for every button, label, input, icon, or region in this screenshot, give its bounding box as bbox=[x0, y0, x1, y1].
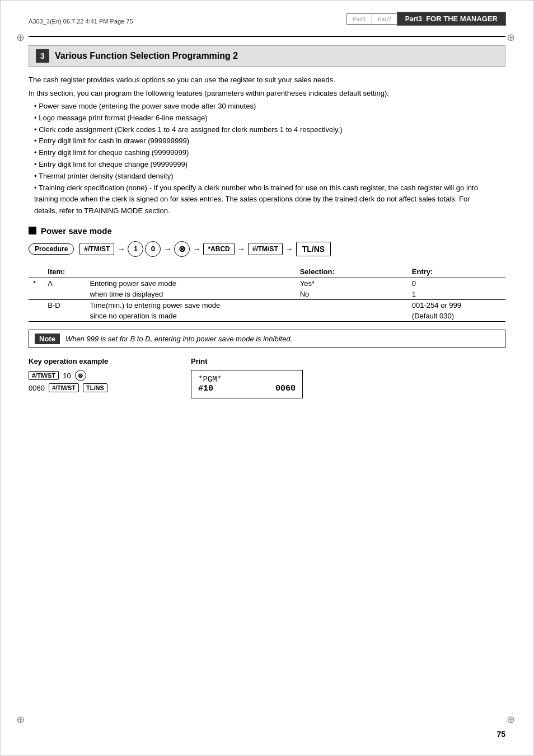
print-area: *PGM* #10 0060 bbox=[191, 370, 303, 398]
th-item: Item: bbox=[43, 266, 85, 278]
bullet-8: Training clerk specification (none) - If… bbox=[34, 182, 505, 217]
key-op-right: Print *PGM* #10 0060 bbox=[191, 357, 303, 398]
row-bd-desc1: Time(min.) to entering power save mode bbox=[85, 299, 295, 311]
page-number: 75 bbox=[496, 730, 505, 739]
key-zero: 0 bbox=[145, 241, 161, 257]
page-wrapper: A303_3(En) 06.7.22 4:41 PM Page 75 Part1… bbox=[0, 0, 534, 756]
part2-tab: Part2 bbox=[372, 13, 397, 25]
heading-square-icon bbox=[29, 227, 36, 234]
key-tmst: #/TM/ST bbox=[79, 243, 114, 255]
table-row-a2: when time is displayed No 1 bbox=[29, 289, 505, 300]
section-number: 3 bbox=[36, 49, 49, 63]
part2-label: Part2 bbox=[378, 16, 391, 22]
print-left-1: *PGM* bbox=[198, 375, 222, 384]
bullet-4: Entry digit limit for cash in drawer (99… bbox=[34, 135, 505, 147]
key-op-title: Key operation example bbox=[29, 357, 174, 365]
bullet-6: Entry digit limit for cheque change (999… bbox=[34, 159, 505, 171]
item-table: Item: Selection: Entry: * A Entering pow… bbox=[29, 266, 505, 322]
row-bd2-star bbox=[29, 311, 43, 322]
key-x: ⊗ bbox=[174, 241, 190, 257]
bullet-2: Logo message print format (Header 6-line… bbox=[34, 112, 505, 124]
kop-tlns: TL/NS bbox=[83, 383, 107, 392]
kop-tmst1: #/TM/ST bbox=[29, 371, 59, 380]
row-a2-sel2: No bbox=[296, 289, 407, 300]
section-title: Various Function Selection Programming 2 bbox=[55, 51, 238, 61]
row-bd2-item bbox=[43, 311, 85, 322]
kop-num0060: 0060 bbox=[29, 384, 45, 392]
th-desc bbox=[85, 266, 295, 278]
key-op-left: Key operation example #/TM/ST 10 ⊗ 0060 … bbox=[29, 357, 174, 398]
print-title: Print bbox=[191, 357, 303, 365]
key-op-line-1: #/TM/ST 10 ⊗ bbox=[29, 370, 174, 381]
crosshair-tl bbox=[16, 31, 27, 43]
kop-num10: 10 bbox=[63, 372, 71, 380]
row-bd2-sel2 bbox=[296, 311, 407, 322]
row-bd2-desc2: since no operation is made bbox=[85, 311, 295, 322]
row-a-desc1: Entering power save mode bbox=[85, 278, 295, 289]
row-a-star: * bbox=[29, 278, 43, 289]
table-row-bd2: since no operation is made (Default 030) bbox=[29, 311, 505, 322]
arrow-5: → bbox=[285, 245, 293, 253]
row-a-item: A bbox=[43, 278, 85, 289]
part1-tab: Part1 bbox=[346, 13, 372, 25]
part3-text: FOR THE MANAGER bbox=[426, 15, 498, 23]
row-a2-star bbox=[29, 289, 43, 300]
intro-bullets: Power save mode (entering the power save… bbox=[34, 101, 505, 217]
row-a2-item bbox=[43, 289, 85, 300]
intro-line1: The cash register provides various optio… bbox=[29, 74, 505, 86]
arrow-3: → bbox=[193, 245, 200, 253]
table-row-a: * A Entering power save mode Yes* 0 bbox=[29, 278, 505, 289]
arrow-1: → bbox=[117, 245, 125, 253]
power-save-title: Power save mode bbox=[41, 226, 112, 236]
bullet-3: Clerk code assignment (Clerk codes 1 to … bbox=[34, 124, 505, 136]
procedure-badge: Procedure bbox=[29, 243, 74, 255]
print-right-2: 0060 bbox=[275, 384, 296, 393]
print-line-2: #10 0060 bbox=[198, 384, 296, 393]
crosshair-br bbox=[507, 713, 518, 725]
kop-tmst2: #/TM/ST bbox=[49, 383, 79, 392]
th-selection: Selection: bbox=[296, 266, 407, 278]
row-a2-entry2: 1 bbox=[407, 289, 505, 300]
top-rule bbox=[29, 36, 505, 37]
bullet-1: Power save mode (entering the power save… bbox=[34, 101, 505, 112]
key-sequence: #/TM/ST → 1 0 → ⊗ → *ABCD → #/TM/ST → TL… bbox=[79, 241, 331, 257]
key-tlns: TL/NS bbox=[296, 242, 331, 256]
note-text: When 999 is set for B to D, entering int… bbox=[65, 334, 292, 345]
arrow-2: → bbox=[163, 245, 171, 253]
th-star bbox=[29, 266, 43, 278]
key-op-line-2: 0060 #/TM/ST TL/NS bbox=[29, 383, 174, 392]
bullet-7: Thermal printer density (standard densit… bbox=[34, 171, 505, 182]
table-row-bd: B-D Time(min.) to entering power save mo… bbox=[29, 299, 505, 311]
page-header: A303_3(En) 06.7.22 4:41 PM Page 75 Part1… bbox=[29, 12, 505, 30]
procedure-area: Procedure #/TM/ST → 1 0 → ⊗ → *ABCD → #/… bbox=[29, 241, 505, 257]
key-op-section: Key operation example #/TM/ST 10 ⊗ 0060 … bbox=[29, 357, 505, 398]
row-bd-star bbox=[29, 299, 43, 311]
header-meta: A303_3(En) 06.7.22 4:41 PM Page 75 bbox=[29, 18, 133, 25]
note-box: Note When 999 is set for B to D, enterin… bbox=[29, 330, 505, 349]
key-one: 1 bbox=[128, 241, 143, 257]
intro-line2: In this section, you can program the fol… bbox=[29, 88, 505, 99]
print-line-1: *PGM* bbox=[198, 375, 296, 384]
key-tmst2: #/TM/ST bbox=[248, 243, 283, 255]
section-heading: 3 Various Function Selection Programming… bbox=[29, 45, 505, 67]
row-a-sel1: Yes* bbox=[296, 278, 407, 289]
row-bd-sel1 bbox=[296, 299, 407, 311]
crosshair-bl bbox=[16, 713, 27, 725]
key-abcd: *ABCD bbox=[203, 243, 234, 255]
row-a2-desc2: when time is displayed bbox=[85, 289, 295, 300]
print-left-2: #10 bbox=[198, 384, 213, 393]
crosshair-tr bbox=[507, 31, 518, 43]
arrow-4: → bbox=[237, 245, 245, 253]
row-bd2-entry2: (Default 030) bbox=[407, 311, 505, 322]
row-bd-entry1: 001-254 or 999 bbox=[407, 299, 505, 311]
row-a-entry1: 0 bbox=[407, 278, 505, 289]
kop-x1: ⊗ bbox=[75, 370, 86, 381]
part1-label: Part1 bbox=[353, 16, 366, 22]
part3-tab: Part3 FOR THE MANAGER bbox=[397, 12, 506, 26]
note-label: Note bbox=[35, 334, 60, 344]
th-entry: Entry: bbox=[407, 266, 505, 278]
row-bd-item: B-D bbox=[43, 299, 85, 311]
part-tabs: Part1 Part2 Part3 FOR THE MANAGER bbox=[346, 12, 505, 26]
power-save-heading: Power save mode bbox=[29, 226, 505, 236]
bullet-5: Entry digit limit for cheque cashing (99… bbox=[34, 147, 505, 159]
